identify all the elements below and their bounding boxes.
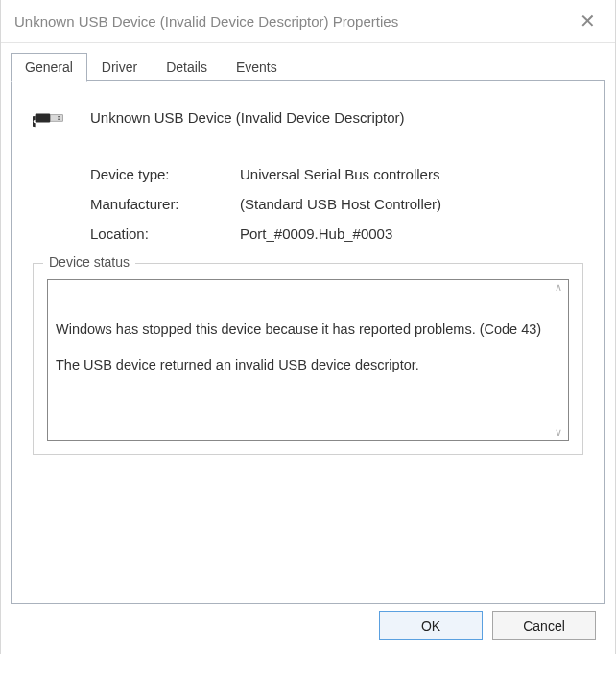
tab-driver[interactable]: Driver <box>87 53 152 81</box>
scroll-up-icon[interactable]: ∧ <box>555 282 562 293</box>
scrollbar: ∧ ∨ <box>551 282 566 438</box>
prop-row-location: Location: Port_#0009.Hub_#0003 <box>90 226 583 242</box>
prop-label: Manufacturer: <box>90 196 240 212</box>
tab-label: Events <box>236 60 277 75</box>
properties-dialog: Unknown USB Device (Invalid Device Descr… <box>0 0 616 654</box>
prop-value: Universal Serial Bus controllers <box>240 166 439 182</box>
dialog-body: General Driver Details Events Unknown US… <box>1 43 615 654</box>
device-status-textbox[interactable]: Windows has stopped this device because … <box>47 279 569 441</box>
tab-general[interactable]: General <box>11 53 87 82</box>
svg-rect-1 <box>50 115 62 122</box>
prop-value: (Standard USB Host Controller) <box>240 196 441 212</box>
device-status-text: Windows has stopped this device because … <box>56 321 560 375</box>
dialog-footer: OK Cancel <box>11 604 605 640</box>
group-legend: Device status <box>43 254 135 270</box>
ok-button[interactable]: OK <box>379 611 483 640</box>
tab-label: General <box>25 60 73 75</box>
prop-value: Port_#0009.Hub_#0003 <box>240 226 392 242</box>
usb-plug-icon <box>33 102 73 133</box>
device-properties: Device type: Universal Serial Bus contro… <box>90 166 583 242</box>
device-status-group: Device status Windows has stopped this d… <box>33 263 583 455</box>
scroll-down-icon[interactable]: ∨ <box>555 427 562 438</box>
tab-events[interactable]: Events <box>222 53 292 81</box>
cancel-button[interactable]: Cancel <box>492 611 596 640</box>
device-header: Unknown USB Device (Invalid Device Descr… <box>33 102 583 133</box>
window-title: Unknown USB Device (Invalid Device Descr… <box>14 13 398 30</box>
tab-label: Details <box>166 60 207 75</box>
svg-rect-0 <box>36 113 51 122</box>
svg-rect-2 <box>58 116 60 117</box>
tab-panel-general: Unknown USB Device (Invalid Device Descr… <box>11 81 605 604</box>
prop-row-device-type: Device type: Universal Serial Bus contro… <box>90 166 583 182</box>
tab-details[interactable]: Details <box>152 53 222 81</box>
svg-rect-3 <box>58 119 60 120</box>
tab-strip: General Driver Details Events <box>11 53 605 81</box>
device-name: Unknown USB Device (Invalid Device Descr… <box>90 109 405 126</box>
prop-label: Location: <box>90 226 240 242</box>
tab-label: Driver <box>102 60 137 75</box>
prop-row-manufacturer: Manufacturer: (Standard USB Host Control… <box>90 196 583 212</box>
prop-label: Device type: <box>90 166 240 182</box>
button-label: Cancel <box>523 618 565 634</box>
titlebar: Unknown USB Device (Invalid Device Descr… <box>1 0 615 43</box>
button-label: OK <box>421 618 440 634</box>
close-icon[interactable]: ✕ <box>574 10 602 33</box>
